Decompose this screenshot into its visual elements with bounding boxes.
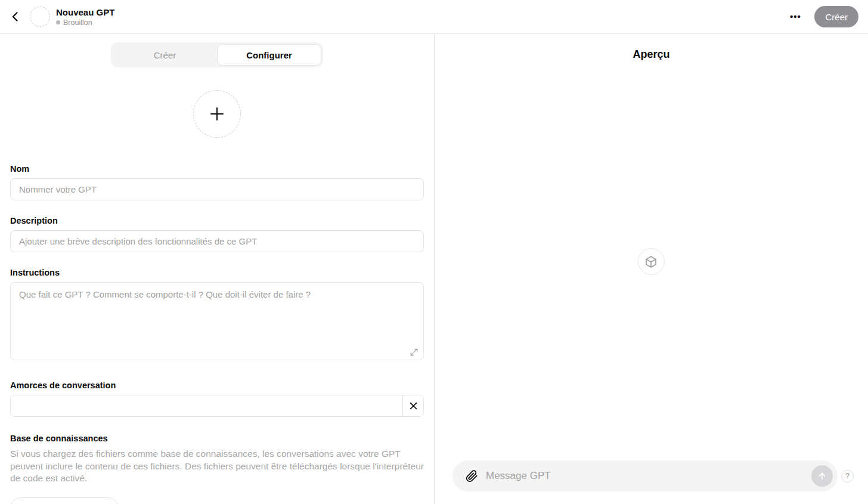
conversation-starters-label: Amorces de conversation xyxy=(10,381,424,390)
status-label: Brouillon xyxy=(63,18,92,27)
name-input[interactable] xyxy=(10,178,424,200)
description-field: Description xyxy=(10,216,424,252)
tab-configure[interactable]: Configurer xyxy=(217,44,321,66)
help-button[interactable]: ? xyxy=(841,470,854,483)
empty-preview-badge xyxy=(638,248,665,275)
preview-panel: Aperçu ? xyxy=(435,34,868,504)
expand-instructions-button[interactable] xyxy=(409,347,418,357)
description-input[interactable] xyxy=(10,230,424,252)
instructions-textarea-wrap xyxy=(10,282,424,363)
instructions-textarea[interactable] xyxy=(10,282,424,360)
remove-starter-button[interactable] xyxy=(402,395,423,416)
avatar-upload-button[interactable] xyxy=(193,90,241,138)
chevron-left-icon xyxy=(10,11,21,23)
gpt-avatar-placeholder[interactable] xyxy=(30,7,50,27)
conversation-starter-input[interactable] xyxy=(11,395,402,416)
upload-files-button[interactable]: Charger les fichiers xyxy=(10,497,119,504)
name-label: Nom xyxy=(10,164,424,174)
cube-icon xyxy=(644,255,658,269)
back-button[interactable] xyxy=(7,8,24,25)
attach-file-button[interactable] xyxy=(463,468,480,484)
status-dot-icon xyxy=(56,20,60,24)
conversation-starter-row xyxy=(10,395,424,417)
close-icon xyxy=(410,402,417,410)
topbar-left: Nouveau GPT Brouillon xyxy=(7,7,114,27)
instructions-label: Instructions xyxy=(10,268,424,277)
page-title: Nouveau GPT xyxy=(56,7,114,17)
name-field: Nom xyxy=(10,164,424,200)
send-message-button[interactable] xyxy=(811,465,833,487)
topbar-right: ••• Créer xyxy=(787,6,858,27)
ellipsis-icon: ••• xyxy=(790,14,801,20)
conversation-starters-field: Amorces de conversation xyxy=(10,381,424,417)
paperclip-icon xyxy=(466,470,478,483)
builder-tab-switch: Créer Configurer xyxy=(111,42,323,67)
main-split: Créer Configurer Nom Description Instruc… xyxy=(0,34,868,504)
tab-create[interactable]: Créer xyxy=(113,44,217,66)
preview-title: Aperçu xyxy=(435,48,868,61)
message-input[interactable] xyxy=(486,470,805,482)
knowledge-label: Base de connaissances xyxy=(10,434,424,443)
arrow-up-icon xyxy=(817,471,827,481)
plus-icon xyxy=(208,105,226,123)
description-label: Description xyxy=(10,216,424,225)
status-badge: Brouillon xyxy=(56,18,114,27)
create-gpt-button[interactable]: Créer xyxy=(814,6,858,27)
composer-row: ? xyxy=(452,460,854,491)
knowledge-field: Base de connaissances Si vous chargez de… xyxy=(10,434,424,504)
builder-panel: Créer Configurer Nom Description Instruc… xyxy=(0,34,435,504)
more-options-button[interactable]: ••• xyxy=(787,8,804,25)
instructions-field: Instructions xyxy=(10,268,424,363)
message-composer xyxy=(452,460,838,491)
knowledge-description: Si vous chargez des fichiers comme base … xyxy=(10,448,424,485)
title-block: Nouveau GPT Brouillon xyxy=(56,7,114,27)
topbar: Nouveau GPT Brouillon ••• Créer xyxy=(0,0,868,34)
expand-icon xyxy=(410,348,418,356)
